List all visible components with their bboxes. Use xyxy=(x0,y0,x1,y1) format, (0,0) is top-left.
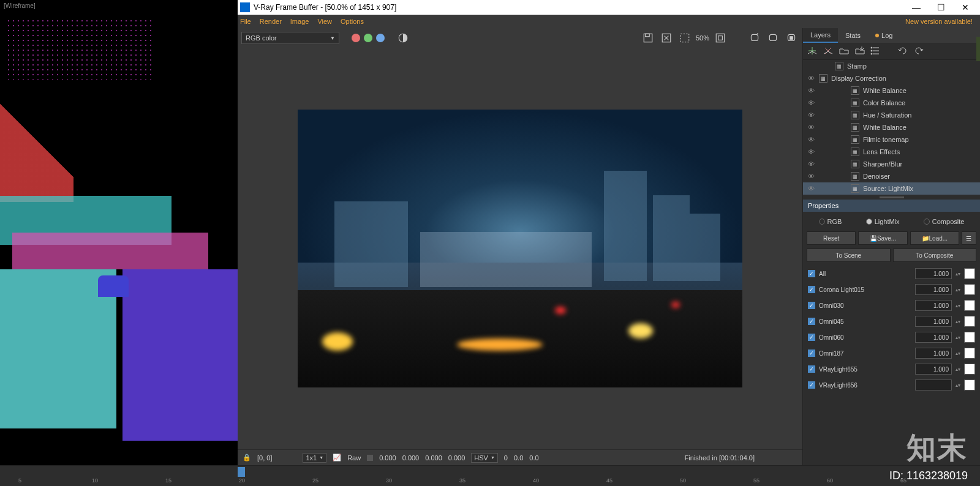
tab-log[interactable]: Log xyxy=(868,28,900,43)
layer-item[interactable]: 👁▦White Balance xyxy=(803,121,980,133)
titlebar[interactable]: V-Ray Frame Buffer - [50.0% of 1451 x 90… xyxy=(238,0,980,15)
collapse-handle[interactable] xyxy=(976,37,980,61)
viewport-wireframe[interactable]: [Wireframe] xyxy=(0,0,238,465)
enable-checkbox[interactable]: ✓ xyxy=(808,350,815,357)
eye-icon[interactable]: 👁 xyxy=(807,160,815,168)
multiplier-input[interactable]: 1.000 xyxy=(915,316,952,327)
menu-image[interactable]: Image xyxy=(290,18,309,25)
list-icon[interactable] xyxy=(870,45,881,58)
render-ipr-icon[interactable] xyxy=(766,31,780,45)
region-icon[interactable] xyxy=(677,31,692,45)
color-swatch[interactable] xyxy=(964,364,975,375)
layer-item[interactable]: 👁▦Color Balance xyxy=(803,97,980,109)
to-scene-button[interactable]: To Scene xyxy=(807,249,891,262)
radio-composite[interactable]: Composite xyxy=(924,218,965,225)
layer-item[interactable]: ▦Stamp xyxy=(803,60,980,72)
enable-checkbox[interactable]: ✓ xyxy=(808,365,815,373)
blue-channel-dot[interactable] xyxy=(376,34,385,42)
layer-item[interactable]: 👁▦Display Correction xyxy=(803,72,980,84)
close-button[interactable]: ✕ xyxy=(953,0,978,15)
hsv-dropdown[interactable]: HSV▼ xyxy=(471,453,498,463)
spinner-icon[interactable]: ▴▾ xyxy=(956,335,960,340)
enable-checkbox[interactable]: ✓ xyxy=(808,286,815,293)
mono-icon[interactable] xyxy=(396,31,410,45)
folder-open-icon[interactable] xyxy=(839,45,850,58)
eye-icon[interactable]: 👁 xyxy=(807,185,815,192)
color-swatch[interactable] xyxy=(964,284,975,295)
to-composite-button[interactable]: To Composite xyxy=(893,249,977,262)
enable-checkbox[interactable]: ✓ xyxy=(808,381,815,389)
new-version-link[interactable]: New version available! xyxy=(905,18,973,25)
enable-checkbox[interactable]: ✓ xyxy=(808,270,815,277)
lock-icon[interactable]: 🔒 xyxy=(243,454,251,462)
redo-icon[interactable] xyxy=(913,45,924,58)
green-channel-dot[interactable] xyxy=(364,34,372,42)
menu-options[interactable]: Options xyxy=(341,18,364,25)
render-area[interactable] xyxy=(238,48,802,449)
clear-icon[interactable] xyxy=(659,31,674,45)
enable-checkbox[interactable]: ✓ xyxy=(808,334,815,341)
enable-checkbox[interactable]: ✓ xyxy=(808,318,815,325)
menu-render[interactable]: Render xyxy=(260,18,282,25)
preset-menu-button[interactable]: ☰ xyxy=(962,231,976,245)
layer-item[interactable]: 👁▦Denoiser xyxy=(803,170,980,182)
color-swatch[interactable] xyxy=(964,268,975,279)
layer-item[interactable]: 👁▦Lens Effects xyxy=(803,146,980,158)
load-button[interactable]: 📁Load... xyxy=(910,231,959,245)
timeline[interactable]: 5101520253035404550556065 xyxy=(0,465,980,486)
eye-icon[interactable]: 👁 xyxy=(807,124,815,131)
eye-icon[interactable]: 👁 xyxy=(807,148,815,155)
multiplier-input[interactable]: 1.000 xyxy=(915,348,952,359)
spinner-icon[interactable]: ▴▾ xyxy=(956,303,960,308)
eye-icon[interactable]: 👁 xyxy=(807,136,815,143)
color-swatch[interactable] xyxy=(964,379,975,391)
reset-button[interactable]: Reset xyxy=(807,231,856,245)
eye-icon[interactable]: 👁 xyxy=(807,111,815,119)
spinner-icon[interactable]: ▴▾ xyxy=(956,319,960,324)
menu-view[interactable]: View xyxy=(317,18,332,25)
layer-item[interactable]: 👁▦Filmic tonemap xyxy=(803,133,980,146)
tab-stats[interactable]: Stats xyxy=(838,28,868,43)
grid-dropdown[interactable]: 1x1▼ xyxy=(303,453,326,463)
fit-icon[interactable] xyxy=(713,31,728,45)
multiplier-input[interactable] xyxy=(915,379,952,391)
spinner-icon[interactable]: ▴▾ xyxy=(956,383,960,388)
color-swatch[interactable] xyxy=(964,316,975,327)
red-channel-dot[interactable] xyxy=(352,34,360,42)
eye-icon[interactable]: 👁 xyxy=(807,87,815,94)
add-layer-icon[interactable] xyxy=(807,45,818,58)
eye-icon[interactable]: 👁 xyxy=(807,173,815,180)
enable-checkbox[interactable]: ✓ xyxy=(808,302,815,309)
save-button[interactable]: 💾Save... xyxy=(858,231,907,245)
panel-divider[interactable] xyxy=(803,195,980,200)
folder-save-icon[interactable] xyxy=(854,45,865,58)
layer-item[interactable]: 👁▦Source: LightMix xyxy=(803,182,980,195)
spinner-icon[interactable]: ▴▾ xyxy=(956,367,960,372)
multiplier-input[interactable]: 1.000 xyxy=(915,364,952,375)
undo-icon[interactable] xyxy=(897,45,908,58)
spinner-icon[interactable]: ▴▾ xyxy=(956,271,960,277)
multiplier-input[interactable]: 1.000 xyxy=(915,284,952,295)
color-swatch[interactable] xyxy=(964,348,975,359)
curve-icon[interactable]: 📈 xyxy=(333,454,341,462)
multiplier-input[interactable]: 1.000 xyxy=(915,332,952,343)
delete-layer-icon[interactable] xyxy=(823,45,834,58)
layer-item[interactable]: 👁▦Sharpen/Blur xyxy=(803,158,980,170)
color-swatch[interactable] xyxy=(964,300,975,311)
radio-rgb[interactable]: RGB xyxy=(819,218,842,225)
color-swatch[interactable] xyxy=(964,332,975,343)
render-icon[interactable] xyxy=(747,31,762,45)
maximize-button[interactable]: ☐ xyxy=(929,0,953,15)
tab-layers[interactable]: Layers xyxy=(803,28,838,43)
minimize-button[interactable]: — xyxy=(904,0,929,15)
stop-icon[interactable] xyxy=(784,31,799,45)
zoom-pct[interactable]: 50% xyxy=(696,31,709,45)
eye-icon[interactable]: 👁 xyxy=(807,75,815,82)
menu-file[interactable]: File xyxy=(240,18,251,25)
eye-icon[interactable]: 👁 xyxy=(807,99,815,107)
multiplier-input[interactable]: 1.000 xyxy=(915,268,952,279)
layer-item[interactable]: 👁▦Hue / Saturation xyxy=(803,109,980,121)
radio-lightmix[interactable]: LightMix xyxy=(866,218,900,225)
multiplier-input[interactable]: 1.000 xyxy=(915,300,952,311)
channel-dropdown[interactable]: RGB color ▼ xyxy=(241,32,339,44)
